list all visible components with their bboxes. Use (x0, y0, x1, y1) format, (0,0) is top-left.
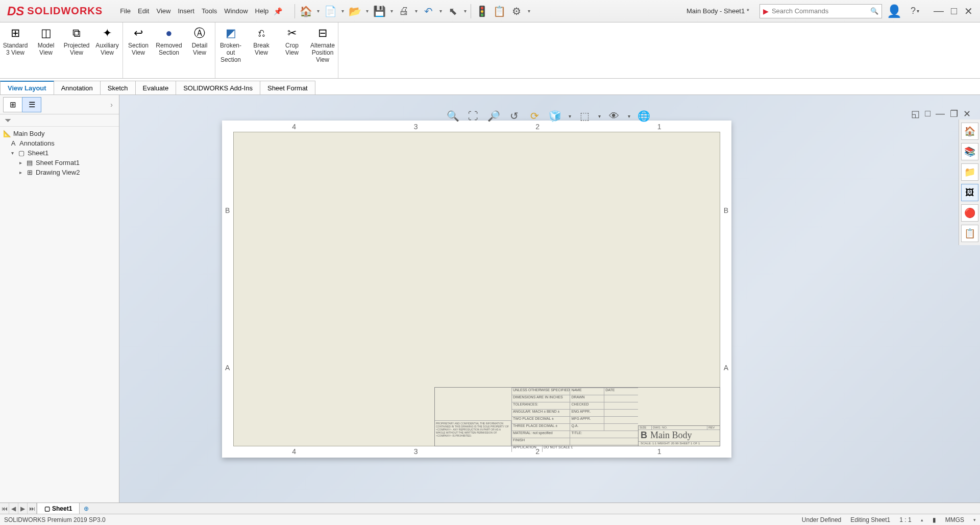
viewport-expand-icon[interactable]: ❐ (950, 108, 958, 120)
menu-help[interactable]: Help (255, 7, 269, 15)
tree-filter-icon[interactable]: ⏷ (0, 114, 119, 127)
tab-sheet-format[interactable]: Sheet Format (260, 81, 315, 94)
custom-properties-icon[interactable]: 📋 (961, 225, 978, 242)
standard-3-view-button[interactable]: ⊞Standard3 View (0, 22, 31, 78)
view-orientation-icon[interactable]: 👁 (605, 107, 623, 125)
section-view-hud-icon[interactable]: ⟳ (526, 107, 543, 125)
rebuild-icon[interactable]: 🚦 (473, 3, 491, 20)
viewport-maximize-icon[interactable]: □ (925, 108, 930, 120)
add-sheet-icon[interactable]: ⊕ (80, 503, 93, 514)
prev-sheet-icon[interactable]: ◀ (9, 503, 18, 514)
help-button[interactable]: ? ▾ (911, 6, 919, 16)
first-sheet-icon[interactable]: ⏮ (0, 503, 9, 514)
projected-view-button[interactable]: ⧉ProjectedView (61, 22, 92, 78)
tree-root[interactable]: 📐 Main Body (0, 129, 119, 138)
status-lock-icon[interactable]: ▮ (933, 516, 936, 523)
view-orientation-dropdown[interactable]: ▾ (626, 107, 632, 125)
previous-view-icon[interactable]: ↺ (505, 107, 523, 125)
file-explorer-icon[interactable]: 📁 (961, 163, 978, 181)
last-sheet-icon[interactable]: ⏭ (28, 503, 37, 514)
tab-addins[interactable]: SOLIDWORKS Add-Ins (176, 81, 260, 94)
next-sheet-icon[interactable]: ▶ (18, 503, 28, 514)
options-dropdown[interactable]: ▾ (525, 3, 532, 20)
display-state-icon[interactable]: 🧊 (546, 107, 564, 125)
home-dropdown[interactable]: ▾ (314, 3, 322, 20)
menu-view[interactable]: View (156, 7, 170, 15)
hide-show-icon[interactable]: ⬚ (576, 107, 593, 125)
close-button[interactable]: ✕ (964, 5, 973, 17)
save-icon[interactable]: 💾 (371, 3, 388, 20)
options-list-icon[interactable]: 📋 (491, 3, 508, 20)
viewport-restore-icon[interactable]: ◱ (911, 108, 920, 120)
viewport-minimize-icon[interactable]: — (936, 108, 945, 120)
menu-tools[interactable]: Tools (202, 7, 217, 15)
tab-annotation[interactable]: Annotation (54, 81, 101, 94)
panel-collapse-icon[interactable]: › (110, 101, 113, 109)
model-view-button[interactable]: ◫ModelView (31, 22, 61, 78)
minimize-button[interactable]: — (934, 5, 944, 17)
menu-file[interactable]: File (120, 7, 131, 15)
detail-view-button[interactable]: ⒶDetailView (184, 22, 215, 78)
broken-out-section-button[interactable]: ◩Broken-outSection (215, 22, 246, 78)
feature-tree-tab-icon[interactable]: ⊞ (3, 97, 22, 112)
3d-drawing-view-icon[interactable]: 🌐 (635, 107, 652, 125)
undo-dropdown[interactable]: ▾ (437, 3, 444, 20)
tree-node-drawing-view2[interactable]: ▸ ⊞ Drawing View2 (0, 168, 119, 177)
viewport-window-controls: ◱ □ — ❐ ✕ (911, 108, 971, 120)
sheet-tab-sheet1[interactable]: ▢ Sheet1 (37, 503, 80, 514)
status-bar: SOLIDWORKS Premium 2019 SP3.0 Under Defi… (0, 514, 980, 525)
menu-edit[interactable]: Edit (138, 7, 149, 15)
appearances-icon[interactable]: 🔴 (961, 204, 978, 222)
crop-view-button[interactable]: ✂CropView (277, 22, 307, 78)
tab-sketch[interactable]: Sketch (101, 81, 136, 94)
save-dropdown[interactable]: ▾ (388, 3, 395, 20)
menu-window[interactable]: Window (224, 7, 248, 15)
viewport-close-icon[interactable]: ✕ (963, 108, 971, 120)
alternate-position-view-button[interactable]: ⊟AlternatePositionView (307, 22, 338, 78)
zoom-window-icon[interactable]: 🔍 (444, 107, 461, 125)
drawing-sheet[interactable]: 4 3 2 1 4 3 2 1 B A B A PROPRIETARY AND … (222, 121, 731, 458)
tree-node-sheet1[interactable]: ▾ ▢ Sheet1 (0, 148, 119, 158)
break-view-icon: ⎌ (258, 26, 265, 41)
status-units[interactable]: MMGS (945, 516, 964, 523)
undo-icon[interactable]: ↶ (420, 3, 437, 20)
twisty-icon[interactable]: ▾ (9, 150, 15, 156)
print-icon[interactable]: 🖨 (395, 3, 412, 20)
removed-section-button[interactable]: ●RemovedSection (154, 22, 184, 78)
tree-node-sheet-format1[interactable]: ▸ ▤ Sheet Format1 (0, 158, 119, 168)
view-palette-icon[interactable]: 🖼 (961, 184, 978, 201)
new-dropdown[interactable]: ▾ (339, 3, 346, 20)
home-icon[interactable]: 🏠 (297, 3, 314, 20)
property-manager-tab-icon[interactable]: ☰ (22, 97, 41, 112)
resources-icon[interactable]: 🏠 (961, 123, 978, 140)
hide-show-dropdown[interactable]: ▾ (596, 107, 602, 125)
open-icon[interactable]: 📂 (346, 3, 363, 20)
open-dropdown[interactable]: ▾ (363, 3, 371, 20)
new-icon[interactable]: 📄 (322, 3, 339, 20)
tab-view-layout[interactable]: View Layout (0, 81, 54, 94)
display-state-dropdown[interactable]: ▾ (567, 107, 573, 125)
auxiliary-view-button[interactable]: ✦AuxiliaryView (92, 22, 122, 78)
break-view-button[interactable]: ⎌BreakView (246, 22, 277, 78)
twisty-icon[interactable]: ▸ (17, 170, 23, 175)
status-units-dropdown-icon[interactable]: ▾ (973, 517, 976, 522)
status-scale-dropdown-icon[interactable]: ▴ (921, 517, 923, 522)
twisty-icon[interactable]: ▸ (17, 160, 23, 165)
select-icon[interactable]: ⬉ (444, 3, 461, 20)
maximize-button[interactable]: □ (951, 5, 957, 17)
zoom-fit-icon[interactable]: ⛶ (464, 107, 482, 125)
menu-insert[interactable]: Insert (178, 7, 194, 15)
zoom-area-icon[interactable]: 🔎 (485, 107, 502, 125)
title-block[interactable]: PROPRIETARY AND CONFIDENTIAL THE INFORMA… (434, 387, 720, 446)
design-library-icon[interactable]: 📚 (961, 143, 978, 160)
status-scale[interactable]: 1 : 1 (899, 516, 911, 523)
user-icon[interactable]: 👤 (886, 3, 902, 19)
options-icon[interactable]: ⚙ (508, 3, 525, 20)
tree-node-annotations[interactable]: A Annotations (0, 138, 119, 148)
search-commands-input[interactable]: ▶ Search Commands 🔍 (760, 4, 882, 18)
section-view-button[interactable]: ↩SectionView (123, 22, 154, 78)
pin-icon[interactable]: 📌 (274, 7, 282, 15)
select-dropdown[interactable]: ▾ (461, 3, 469, 20)
tab-evaluate[interactable]: Evaluate (136, 81, 177, 94)
print-dropdown[interactable]: ▾ (412, 3, 420, 20)
